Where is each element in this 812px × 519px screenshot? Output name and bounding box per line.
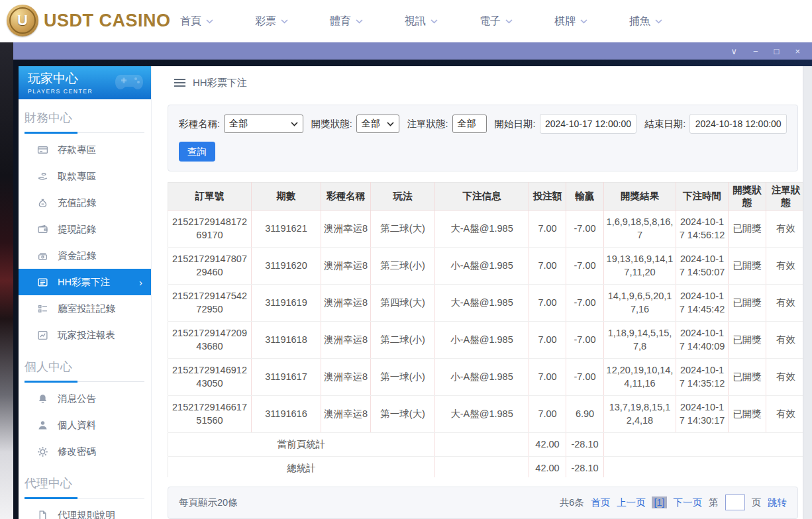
sidebar-item-gear[interactable]: 修改密碼 (19, 438, 151, 465)
player-center-window: ∨ − □ × 玩家中心 PLAYERS CENTER 財務中心存款專區取款專區… (13, 42, 812, 519)
table-cell: 澳洲幸运8 (321, 322, 371, 359)
window-collapse-icon[interactable]: ∨ (731, 47, 737, 56)
grand-summary-winloss: -28.10 (566, 457, 604, 477)
window-minimize-icon[interactable]: − (753, 47, 758, 56)
nav-item-1[interactable]: 首頁 (180, 15, 213, 28)
chevron-down-icon (281, 19, 288, 24)
table-row: 215217291481726917031191621澳洲幸运8第二球(大)大-… (168, 211, 803, 248)
section-divider (25, 132, 144, 133)
table-cell: 有效 (766, 285, 803, 322)
table-cell: 已開獎 (729, 359, 766, 396)
sidebar-item-bell[interactable]: 消息公告 (19, 385, 151, 412)
jump-page-input[interactable] (725, 495, 745, 510)
jump-button[interactable]: 跳转 (768, 496, 787, 509)
table-cell: -7.00 (566, 211, 604, 248)
bets-table: 訂單號期數彩種名稱玩法下注信息投注額輸贏開獎結果下注時間開獎狀態注單狀態 215… (168, 182, 803, 477)
table-cell: 7.00 (529, 211, 566, 248)
sidebar-header: 玩家中心 PLAYERS CENTER (19, 66, 151, 99)
table-cell: 2024-10-17 14:30:17 (676, 396, 729, 433)
nav-item-2[interactable]: 彩票 (255, 15, 288, 28)
lottery-name-select[interactable]: 全部 (224, 115, 303, 133)
hamburger-icon[interactable] (174, 79, 185, 87)
chevron-down-icon (206, 19, 213, 24)
table-row: 215217291475427295031191619澳洲幸运8第四球(大)大-… (168, 285, 803, 322)
site-nav: 首頁彩票體育視訊電子棋牌捕魚 (180, 0, 662, 42)
wallet-icon (37, 224, 48, 235)
column-header: 開獎狀態 (729, 183, 766, 211)
column-header: 期數 (252, 183, 321, 211)
deposit-card-icon (37, 144, 48, 156)
gear-icon (37, 446, 48, 457)
logo-text: USDT CASINO (44, 11, 171, 31)
first-page-link[interactable]: 首页 (591, 496, 610, 509)
start-date-input[interactable]: 2024-10-17 12:00:00 (540, 114, 637, 134)
sidebar: 玩家中心 PLAYERS CENTER 財務中心存款專區取款專區充值記錄提現記錄… (19, 66, 151, 519)
order-status-label: 注單狀態: (407, 118, 448, 130)
site-logo[interactable]: U USDT CASINO (7, 5, 171, 36)
sidebar-item-lottery-ticket[interactable]: HH彩票下注› (19, 269, 151, 295)
section-divider (25, 498, 144, 498)
column-header: 下注時間 (676, 183, 729, 211)
table-cell: 第二球(小) (371, 322, 435, 359)
sidebar-item-funds[interactable]: 資金記錄 (19, 242, 151, 269)
table-cell: 7.00 (529, 322, 566, 359)
sidebar-item-deposit-card[interactable]: 存款專區 (19, 136, 151, 163)
draw-status-select[interactable]: 全部 (356, 115, 399, 133)
end-date-input[interactable]: 2024-10-18 12:00:00 (689, 114, 787, 134)
table-cell: 2152172914661751560 (168, 396, 252, 433)
table-cell: 澳洲幸运8 (321, 248, 371, 285)
table-row: 215217291472094368031191618澳洲幸运8第二球(小)小-… (168, 322, 803, 359)
nav-item-5[interactable]: 電子 (480, 15, 513, 28)
window-maximize-icon[interactable]: □ (774, 47, 780, 56)
bets-table-wrap: 訂單號期數彩種名稱玩法下注信息投注額輸贏開獎結果下注時間開獎狀態注單狀態 215… (168, 182, 803, 477)
table-cell: 31191621 (252, 211, 321, 248)
search-button[interactable]: 查詢 (179, 142, 215, 162)
sidebar-item-report-chart[interactable]: 玩家投注報表 (19, 322, 151, 348)
page-backdrop (0, 42, 13, 519)
chevron-down-icon (580, 19, 587, 24)
table-cell: 有效 (766, 211, 803, 248)
site-header: U USDT CASINO 首頁彩票體育視訊電子棋牌捕魚 (0, 0, 812, 42)
table-cell: 已開獎 (729, 322, 766, 359)
scrollbar-track[interactable] (803, 66, 812, 519)
sidebar-item-person[interactable]: 個人資料 (19, 412, 151, 438)
bell-icon (37, 393, 48, 404)
nav-item-6[interactable]: 棋牌 (554, 15, 587, 28)
table-cell: 第一球(大) (371, 396, 435, 433)
table-cell: 31191616 (252, 396, 321, 433)
window-titlebar: ∨ − □ × (13, 42, 812, 60)
order-status-select[interactable]: 全部 (452, 115, 487, 133)
withdraw-hand-icon (37, 171, 48, 182)
table-cell: -7.00 (566, 359, 604, 396)
page-summary-label: 當前頁統計 (168, 433, 435, 457)
table-cell: 2152172914691243050 (168, 359, 252, 396)
sidebar-item-withdraw-hand[interactable]: 取款專區 (19, 163, 151, 189)
table-cell: 已開獎 (729, 248, 766, 285)
next-page-link[interactable]: 下一页 (674, 496, 703, 509)
table-cell: 2024-10-17 14:35:12 (676, 359, 729, 396)
sidebar-item-document[interactable]: 代理規則說明 (19, 502, 151, 519)
table-cell: 第三球(小) (371, 248, 435, 285)
chevron-down-icon (431, 19, 438, 24)
table-cell: -7.00 (566, 322, 604, 359)
column-header: 開獎結果 (604, 183, 676, 211)
chevron-down-icon (655, 19, 662, 24)
nav-item-4[interactable]: 視訊 (405, 15, 438, 28)
window-body: 玩家中心 PLAYERS CENTER 財務中心存款專區取款專區充值記錄提現記錄… (13, 60, 812, 519)
table-cell: 19,13,16,9,14,17,11,20 (604, 248, 676, 285)
sidebar-item-hall-record[interactable]: 廳室投註記錄 (19, 295, 151, 322)
start-date-label: 開始日期: (495, 118, 536, 130)
sidebar-item-moneybag[interactable]: 充值記錄 (19, 189, 151, 216)
page-summary-row: 當前頁統計 42.00 -28.10 (168, 433, 803, 457)
table-cell: 第二球(大) (371, 211, 435, 248)
window-close-icon[interactable]: × (795, 47, 800, 56)
prev-page-link[interactable]: 上一页 (617, 496, 646, 509)
table-cell: 31191617 (252, 359, 321, 396)
page-title: HH彩票下注 (193, 77, 247, 89)
nav-item-3[interactable]: 體育 (330, 15, 363, 28)
chevron-down-icon (291, 122, 298, 126)
sidebar-item-wallet[interactable]: 提現記錄 (19, 216, 151, 242)
table-cell: 2024-10-17 14:40:09 (676, 322, 729, 359)
table-cell: 2152172914754272950 (168, 285, 252, 322)
nav-item-7[interactable]: 捕魚 (629, 15, 662, 28)
